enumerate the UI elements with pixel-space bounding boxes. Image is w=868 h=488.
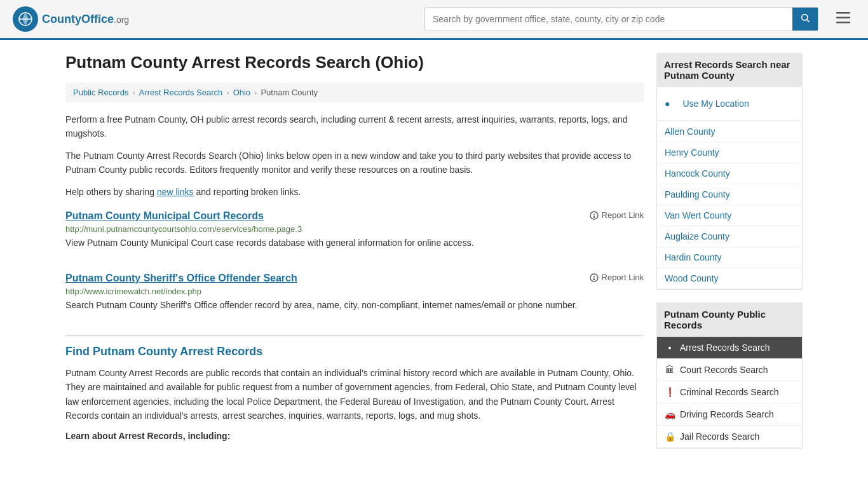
criminal-icon: ❗ <box>665 387 675 397</box>
breadcrumb-sep2: › <box>226 88 229 97</box>
county-van-wert-link[interactable]: Van Wert County <box>657 205 802 226</box>
learn-title: Learn about Arrest Records, including: <box>65 431 644 441</box>
breadcrumb-sep3: › <box>254 88 257 97</box>
svg-rect-5 <box>836 17 850 19</box>
record-url-0[interactable]: http://muni.putnamcountycourtsohio.com/e… <box>65 224 644 234</box>
jail-label: Jail Records Search <box>680 431 759 442</box>
driving-icon: 🚗 <box>665 409 675 419</box>
county-hardin[interactable]: Hardin County <box>657 247 802 268</box>
sidebar: Arrest Records Search near Putnam County… <box>656 53 803 461</box>
nearby-heading: Arrest Records Search near Putnam County <box>656 53 803 87</box>
county-auglaize-link[interactable]: Auglaize County <box>657 226 802 247</box>
logo-icon <box>13 6 38 32</box>
nearby-list: ● Use My Location Allen County Henry Cou… <box>656 87 803 290</box>
county-henry[interactable]: Henry County <box>657 142 802 163</box>
county-wood-label: Wood County <box>665 273 719 283</box>
description-para3: Help others by sharing new links and rep… <box>65 185 644 199</box>
header: CountyOffice.org <box>0 0 868 40</box>
pub-rec-driving[interactable]: 🚗 Driving Records Search <box>657 403 802 426</box>
arrest-label: Arrest Records Search <box>680 342 770 353</box>
description-para1: Perform a free Putnam County, OH public … <box>65 112 644 141</box>
para3-prefix: Help others by sharing <box>65 187 157 197</box>
pub-rec-driving-link[interactable]: 🚗 Driving Records Search <box>657 403 802 425</box>
record-desc-0: View Putnam County Municipal Court case … <box>65 236 644 250</box>
search-button[interactable] <box>792 8 818 30</box>
county-hancock[interactable]: Hancock County <box>657 163 802 184</box>
description-para2: The Putnam County Arrest Records Search … <box>65 149 644 177</box>
county-allen-link[interactable]: Allen County <box>657 121 802 142</box>
county-hancock-label: Hancock County <box>665 168 730 179</box>
main-container: Putnam County Arrest Records Search (Ohi… <box>53 40 815 474</box>
use-location-btn[interactable]: ● Use My Location <box>657 87 802 121</box>
logo[interactable]: CountyOffice.org <box>13 6 129 32</box>
content-area: Putnam County Arrest Records Search (Ohi… <box>65 53 644 461</box>
record-url-1[interactable]: http://www.icrimewatch.net/index.php <box>65 287 644 296</box>
county-paulding-link[interactable]: Paulding County <box>657 184 802 205</box>
report-link-btn-0[interactable]: Report Link <box>589 210 644 220</box>
logo-org: .org <box>114 15 129 25</box>
search-bar <box>424 7 818 31</box>
breadcrumb-public-records[interactable]: Public Records <box>73 88 128 97</box>
county-paulding[interactable]: Paulding County <box>657 184 802 205</box>
report-link-btn-1[interactable]: Report Link <box>589 273 644 283</box>
breadcrumb: Public Records › Arrest Records Search ›… <box>65 83 644 102</box>
find-section: Find Putnam County Arrest Records Putnam… <box>65 335 644 441</box>
svg-point-2 <box>802 15 808 20</box>
pub-rec-jail[interactable]: 🔒 Jail Records Search <box>657 426 802 448</box>
breadcrumb-ohio[interactable]: Ohio <box>233 88 250 97</box>
county-hardin-link[interactable]: Hardin County <box>657 247 802 268</box>
pub-rec-jail-link[interactable]: 🔒 Jail Records Search <box>657 426 802 447</box>
jail-icon: 🔒 <box>665 431 675 442</box>
county-hardin-label: Hardin County <box>665 252 722 262</box>
pub-rec-arrest[interactable]: ▪ Arrest Records Search <box>657 337 802 359</box>
county-auglaize[interactable]: Auglaize County <box>657 226 802 247</box>
public-records-heading-text: Putnam County Public Records <box>664 309 766 330</box>
breadcrumb-sep1: › <box>132 88 135 97</box>
public-records-heading: Putnam County Public Records <box>656 302 803 337</box>
county-hancock-link[interactable]: Hancock County <box>657 163 802 184</box>
report-label-0: Report Link <box>602 210 644 220</box>
use-location-item[interactable]: ● Use My Location <box>657 87 802 121</box>
record-block-1: Report Link Putnam County Sheriff's Offi… <box>65 273 644 323</box>
search-input[interactable] <box>425 9 792 29</box>
svg-rect-6 <box>836 22 850 24</box>
logo-text: CountyOffice.org <box>42 13 129 26</box>
use-location-link[interactable]: Use My Location <box>675 93 756 114</box>
breadcrumb-arrest-records[interactable]: Arrest Records Search <box>139 88 223 97</box>
pub-rec-court[interactable]: 🏛 Court Records Search <box>657 359 802 381</box>
pub-rec-arrest-link[interactable]: ▪ Arrest Records Search <box>657 337 802 358</box>
county-henry-link[interactable]: Henry County <box>657 142 802 163</box>
svg-line-3 <box>807 20 810 22</box>
logo-brand: CountyOffice <box>42 13 114 25</box>
county-henry-label: Henry County <box>665 147 719 158</box>
pub-rec-criminal-link[interactable]: ❗ Criminal Records Search <box>657 381 802 403</box>
report-label-1: Report Link <box>602 273 644 282</box>
para3-suffix: and reporting broken links. <box>194 187 301 197</box>
breadcrumb-current: Putnam County <box>261 88 318 97</box>
arrest-icon: ▪ <box>665 342 675 353</box>
county-paulding-label: Paulding County <box>665 189 730 200</box>
public-records-list: ▪ Arrest Records Search 🏛 Court Records … <box>656 337 803 449</box>
svg-point-9 <box>593 217 594 217</box>
pub-rec-criminal[interactable]: ❗ Criminal Records Search <box>657 381 802 403</box>
county-wood[interactable]: Wood County <box>657 268 802 289</box>
svg-rect-4 <box>836 12 850 14</box>
county-wood-link[interactable]: Wood County <box>657 268 802 288</box>
county-allen-label: Allen County <box>665 126 715 137</box>
svg-point-12 <box>593 279 594 280</box>
record-title-0[interactable]: Putnam County Municipal Court Records <box>65 210 264 221</box>
county-van-wert[interactable]: Van Wert County <box>657 205 802 226</box>
menu-button[interactable] <box>831 8 855 30</box>
record-title-1[interactable]: Putnam County Sheriff's Office Offender … <box>65 273 297 283</box>
court-icon: 🏛 <box>665 365 675 375</box>
pub-rec-court-link[interactable]: 🏛 Court Records Search <box>657 359 802 381</box>
find-title: Find Putnam County Arrest Records <box>65 345 644 358</box>
county-allen[interactable]: Allen County <box>657 121 802 142</box>
county-van-wert-label: Van Wert County <box>665 210 731 220</box>
record-block-0: Report Link Putnam County Municipal Cour… <box>65 210 644 261</box>
county-auglaize-label: Auglaize County <box>665 231 729 241</box>
location-dot-icon: ● <box>665 98 670 109</box>
court-label: Court Records Search <box>680 365 768 375</box>
public-records-section: Putnam County Public Records ▪ Arrest Re… <box>656 302 803 449</box>
new-links-link[interactable]: new links <box>157 187 194 197</box>
